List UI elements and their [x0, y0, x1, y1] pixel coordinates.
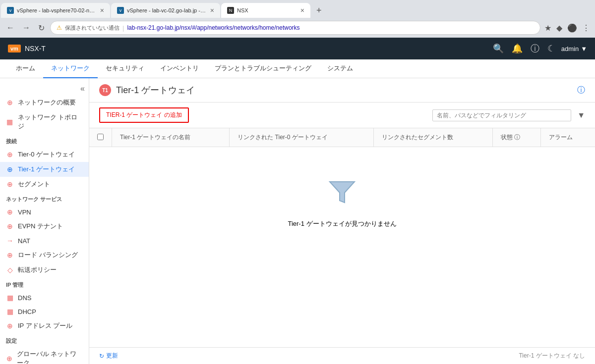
panel-header: T1 Tier-1 ゲートウェイ ⓘ — [89, 78, 595, 103]
add-tier1-button[interactable]: TIER-1 ゲートウェイ の追加 — [99, 107, 189, 123]
table-header-row: Tier-1 ゲートウェイの名前 リンクされた Tier-0 ゲートウェイ リン… — [89, 128, 595, 147]
tier0-icon: ⊕ — [6, 151, 14, 158]
dns-icon: ▦ — [6, 294, 14, 302]
bell-icon[interactable]: 🔔 — [512, 43, 523, 54]
topology-icon: ▦ — [6, 118, 14, 126]
sidebar-item-vpn[interactable]: ⊕ VPN — [0, 205, 89, 219]
back-button[interactable]: ← — [4, 22, 17, 33]
browser-actions: ★ ◆ ⚫ ⋮ — [543, 22, 591, 34]
toolbar: TIER-1 ゲートウェイ の追加 ▼ — [89, 103, 595, 128]
search-input[interactable] — [432, 109, 571, 121]
sidebar-item-lb[interactable]: ⊕ ロード バランシング — [0, 248, 89, 262]
sidebar-item-nat[interactable]: → NAT — [0, 234, 89, 248]
tab-bar: v vSphere - lab-vsphere70-02-nsx... × v … — [0, 0, 595, 18]
new-tab-button[interactable]: + — [312, 3, 326, 18]
bookmark-button[interactable]: ★ — [543, 22, 552, 34]
tab-label-2: vSphere - lab-vc-02.go-lab.jp - ... — [127, 7, 206, 13]
address-url: lab-nsx-21.go-lab.jp/nsx/#/app/networks/… — [127, 24, 534, 31]
nav-item-plans[interactable]: プランとトラブルシューティング — [207, 59, 319, 78]
th-name: Tier-1 ゲートウェイの名前 — [112, 128, 230, 147]
address-bar[interactable]: ⚠ 保護されていない通信 | lab-nsx-21.go-lab.jp/nsx/… — [50, 21, 540, 35]
tab-close-2[interactable]: × — [210, 6, 214, 14]
address-separator: | — [122, 24, 124, 32]
sidebar-item-ip-pool[interactable]: ⊕ IP アドレス プール — [0, 318, 89, 333]
table-area: Tier-1 ゲートウェイの名前 リンクされた Tier-0 ゲートウェイ リン… — [89, 128, 595, 347]
menu-button[interactable]: ⋮ — [581, 22, 591, 34]
sidebar-collapse[interactable]: « — [0, 82, 89, 95]
user-profile-button[interactable]: ⚫ — [566, 22, 578, 34]
refresh-label: 更新 — [106, 352, 118, 360]
app-name: NSX-T — [25, 45, 46, 52]
th-linked-t0: リンクされた Tier-0 ゲートウェイ — [230, 128, 374, 147]
search-icon[interactable]: 🔍 — [493, 43, 504, 54]
select-all-checkbox[interactable] — [97, 134, 104, 140]
browser-tab-2[interactable]: v vSphere - lab-vc-02.go-lab.jp - ... × — [111, 3, 220, 18]
footer-status: Tier-1 ゲートウェイ なし — [519, 352, 585, 360]
app-wrapper: vm NSX-T 🔍 🔔 ⓘ ☾ admin ▼ ホーム ネットワーク セキュリ… — [0, 38, 595, 364]
tab-close-1[interactable]: × — [100, 6, 104, 14]
sidebar-item-dns[interactable]: ▦ DNS — [0, 291, 89, 305]
tab-close-3[interactable]: × — [300, 6, 304, 14]
security-warning-text: 保護されていない通信 — [65, 24, 119, 32]
sidebar-item-evpn[interactable]: ⊕ EVPN テナント — [0, 219, 89, 234]
nav-item-network[interactable]: ネットワーク — [43, 59, 98, 78]
th-checkbox — [89, 128, 112, 147]
help-button[interactable]: ⓘ — [577, 85, 585, 96]
forward-button[interactable]: → — [20, 22, 33, 33]
content-area: « ⊕ ネットワークの概要 ▦ ネットワーク トポロジ 接続 ⊕ Tier-0 … — [0, 78, 595, 364]
extensions-button[interactable]: ◆ — [555, 22, 563, 34]
browser-tab-3[interactable]: N NSX × — [221, 3, 310, 18]
tab-label-3: NSX — [237, 7, 297, 13]
user-name: admin — [561, 45, 579, 52]
sidebar-group-connectivity: 接続 — [0, 134, 89, 147]
page-title: Tier-1 ゲートウェイ — [116, 84, 577, 96]
refresh-button[interactable]: ↻ 更新 — [99, 352, 118, 360]
th-linked-segments: リンクされたセグメント数 — [373, 128, 492, 147]
nav-item-inventory[interactable]: インベントリ — [152, 59, 207, 78]
sidebar-item-tier0[interactable]: ⊕ Tier-0 ゲートウェイ — [0, 147, 89, 162]
sidebar-item-topology[interactable]: ▦ ネットワーク トポロジ — [0, 110, 89, 134]
refresh-icon: ↻ — [99, 353, 104, 360]
user-chevron-icon: ▼ — [581, 45, 587, 52]
sidebar-group-settings: 設定 — [0, 333, 89, 347]
tier1-table: Tier-1 ゲートウェイの名前 リンクされた Tier-0 ゲートウェイ リン… — [89, 128, 595, 258]
empty-filter-icon — [327, 177, 357, 213]
browser-chrome: v vSphere - lab-vsphere70-02-nsx... × v … — [0, 0, 595, 38]
vpn-icon: ⊕ — [6, 208, 14, 216]
tab-favicon-1: v — [7, 7, 14, 14]
sidebar-item-global-network[interactable]: ⊕ グローバル ネットワーク... — [0, 347, 89, 364]
empty-state-text: Tier-1 ゲートウェイが見つかりません — [288, 219, 396, 228]
vm-logo-badge: vm — [8, 45, 21, 52]
sidebar-item-overview[interactable]: ⊕ ネットワークの概要 — [0, 95, 89, 110]
reload-button[interactable]: ↻ — [36, 22, 47, 34]
ip-pool-icon: ⊕ — [6, 322, 14, 330]
theme-icon[interactable]: ☾ — [547, 43, 555, 54]
filter-icon[interactable]: ▼ — [577, 111, 585, 120]
nav-item-security[interactable]: セキュリティ — [98, 59, 152, 78]
nav-item-system[interactable]: システム — [319, 59, 361, 78]
sidebar-item-segment[interactable]: ⊕ セグメント — [0, 177, 89, 192]
overview-icon: ⊕ — [6, 99, 14, 106]
security-warning-icon: ⚠ — [57, 24, 62, 31]
sidebar-group-ip-management: IP 管理 — [0, 277, 89, 291]
sidebar-item-fwd[interactable]: ◇ 転送ポリシー — [0, 262, 89, 277]
app-logo: vm NSX-T — [8, 45, 46, 52]
fwd-icon: ◇ — [6, 266, 14, 274]
collapse-icon: « — [80, 84, 85, 93]
svg-marker-0 — [330, 182, 355, 203]
browser-tab-1[interactable]: v vSphere - lab-vsphere70-02-nsx... × — [1, 3, 110, 18]
address-bar-row: ← → ↻ ⚠ 保護されていない通信 | lab-nsx-21.go-lab.j… — [0, 18, 595, 38]
sidebar-item-dhcp[interactable]: ▦ DHCP — [0, 305, 89, 318]
main-panel: T1 Tier-1 ゲートウェイ ⓘ TIER-1 ゲートウェイ の追加 ▼ — [89, 78, 595, 364]
help-icon[interactable]: ⓘ — [531, 43, 539, 54]
evpn-icon: ⊕ — [6, 222, 14, 230]
nav-item-home[interactable]: ホーム — [8, 59, 43, 78]
panel-icon: T1 — [99, 84, 111, 96]
dhcp-icon: ▦ — [6, 308, 14, 315]
user-menu[interactable]: admin ▼ — [561, 45, 587, 52]
search-box — [195, 109, 571, 121]
sidebar-item-tier1[interactable]: ⊕ Tier-1 ゲートウェイ — [0, 162, 89, 177]
tab-label-1: vSphere - lab-vsphere70-02-nsx... — [17, 7, 96, 13]
global-network-icon: ⊕ — [6, 355, 13, 363]
nat-icon: → — [6, 237, 14, 245]
